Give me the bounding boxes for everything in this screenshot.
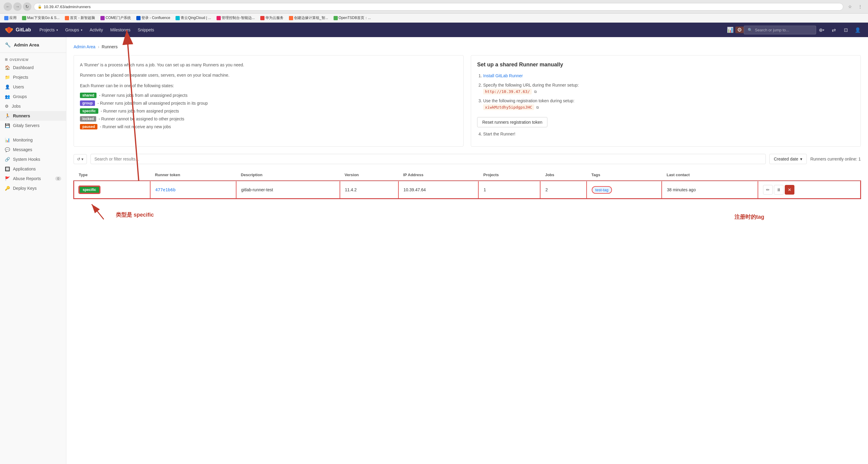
runner-last-contact-cell: 38 minutes ago <box>662 181 758 198</box>
groups-icon: 👥 <box>5 94 10 99</box>
state-specific: specific - Runner runs jobs from assigne… <box>80 108 457 114</box>
runner-states-list: shared - Runner runs jobs from all unass… <box>80 93 457 129</box>
sidebar-item-dashboard[interactable]: 🏠Dashboard <box>0 63 66 72</box>
runner-url-code: http://10.39.47.63/ <box>483 89 532 94</box>
bookmark-apps[interactable]: 应用 <box>2 15 19 21</box>
sidebar-item-users[interactable]: 👤Users <box>0 82 66 92</box>
breadcrumb-current: Runners <box>102 44 118 49</box>
badge-specific: specific <box>80 108 98 114</box>
filter-search-input[interactable] <box>91 154 766 164</box>
nav-groups[interactable]: Groups ▾ <box>62 23 86 37</box>
sidebar-item-abuse-reports[interactable]: 🚩Abuse Reports 0 <box>0 174 66 183</box>
refresh-button[interactable]: ↻ <box>23 2 31 11</box>
header-search-bar[interactable]: 🔍 Search or jump to... <box>744 26 816 34</box>
bookmark-apps-label: 应用 <box>9 16 17 21</box>
nav-activity[interactable]: Activity <box>86 23 106 37</box>
col-jobs: Jobs <box>540 169 586 181</box>
bookmark-button[interactable]: ☆ <box>846 2 854 11</box>
sidebar: 🔧 Admin Area ⊞ Overview 🏠Dashboard 📁Proj… <box>0 37 66 464</box>
security-icon: 🔓 <box>38 5 42 9</box>
hooks-icon: 🔗 <box>5 157 10 162</box>
user-avatar-icon: 👤 <box>855 27 861 33</box>
bookmark-tsdb[interactable]: OpenTSDB首页：... <box>332 15 373 21</box>
add-button[interactable]: ⊕ ▾ <box>816 25 827 35</box>
deploy-keys-icon: 🔑 <box>5 186 10 191</box>
back-button[interactable]: ← <box>4 2 12 11</box>
state-group: group - Runner runs jobs from all unassi… <box>80 100 457 106</box>
breadcrumb-admin-link[interactable]: Admin Area <box>73 44 95 49</box>
sidebar-title: Admin Area <box>14 42 39 48</box>
bookmark-go[interactable]: Mac下安装Go & S... <box>20 15 61 21</box>
admin-gear-icon[interactable]: ⚙ <box>735 27 744 33</box>
runner-token-link[interactable]: 477e1b6b <box>155 187 176 192</box>
analytics-icon[interactable]: 📊 <box>725 27 735 33</box>
info-para-1: A 'Runner' is a process which runs a job… <box>80 62 457 68</box>
bookmark-qingcloud[interactable]: 青云QingCloud | ... <box>174 15 213 21</box>
bookmark-mgmt[interactable]: 管理控制台-智能边... <box>215 15 257 21</box>
abuse-badge: 0 <box>55 177 61 181</box>
user-avatar-button[interactable]: 👤 <box>852 25 863 35</box>
filter-history-button[interactable]: ↺ ▾ <box>73 154 87 164</box>
copy-token-button[interactable]: ⧉ <box>536 105 539 110</box>
sidebar-item-runners[interactable]: 🏃Runners <box>0 111 66 121</box>
issues-button[interactable]: ⊡ <box>840 25 851 35</box>
runner-type-badge: specific <box>79 186 100 193</box>
nav-projects[interactable]: Projects ▾ <box>36 23 62 37</box>
setup-step-2: Specify the following URL during the Run… <box>483 82 855 95</box>
sidebar-item-system-hooks[interactable]: 🔗System Hooks <box>0 154 66 164</box>
badge-locked: locked <box>80 116 96 122</box>
runner-tags-cell: test-tag <box>587 181 662 198</box>
header-icon-group: ⊕ ▾ ⇄ ⊡ 👤 <box>816 25 863 35</box>
type-annotation-label: 类型是 specific <box>116 211 154 218</box>
delete-runner-button[interactable]: ✕ <box>785 185 795 194</box>
col-token: Runner token <box>150 169 236 181</box>
runner-version-cell: 11.4.2 <box>340 181 398 198</box>
gitlab-logo[interactable]: GitLab <box>5 26 31 34</box>
col-version: Version <box>340 169 398 181</box>
copy-url-button[interactable]: ⧉ <box>534 89 537 94</box>
nav-milestones[interactable]: Milestones <box>107 23 134 37</box>
gitaly-icon: 💾 <box>5 123 10 128</box>
sidebar-item-gitaly[interactable]: 💾Gitaly Servers <box>0 121 66 130</box>
bookmark-confluence[interactable]: 登录 - Confluence <box>134 15 172 21</box>
forward-button[interactable]: → <box>13 2 22 11</box>
sidebar-item-deploy-keys[interactable]: 🔑Deploy Keys <box>0 183 66 193</box>
setup-step-3: Use the following registration token dur… <box>483 98 855 111</box>
edit-runner-button[interactable]: ✏ <box>763 185 773 194</box>
setup-steps-cont: Start the Runner! <box>477 131 855 137</box>
users-icon: 👤 <box>5 85 10 89</box>
bookmark-edge[interactable]: 创建边缘计算组_智... <box>287 15 330 21</box>
badge-group: group <box>80 100 95 106</box>
runners-icon: 🏃 <box>5 114 10 118</box>
runner-actions-cell: ✏ ⏸ ✕ <box>758 181 861 198</box>
state-locked: locked - Runner cannot be assigned to ot… <box>80 116 457 122</box>
setup-step-1: Install GitLab Runner <box>483 73 855 79</box>
reset-token-button[interactable]: Reset runners registration token <box>477 117 548 127</box>
bookmark-huawei[interactable]: 华为云服务 <box>258 15 285 21</box>
svg-line-1 <box>92 204 104 219</box>
bookmark-qingcloud-label: 青云QingCloud | ... <box>181 16 211 21</box>
pause-runner-button[interactable]: ⏸ <box>774 185 783 194</box>
address-bar[interactable]: 🔓 10.39.47.63/admin/runners <box>34 3 843 10</box>
add-chevron: ▾ <box>823 28 824 32</box>
runner-action-buttons: ✏ ⏸ ✕ <box>763 185 855 194</box>
sidebar-item-jobs[interactable]: ⚙Jobs <box>0 101 66 111</box>
table-header-row: Type Runner token Description Version IP… <box>74 169 861 181</box>
jobs-icon: ⚙ <box>5 104 9 109</box>
nav-snippets[interactable]: Snippets <box>134 23 157 37</box>
created-date-label: Created date <box>774 157 798 161</box>
merge-requests-button[interactable]: ⇄ <box>828 25 839 35</box>
bookmark-home[interactable]: 首页 - 新智超脑 <box>63 15 97 21</box>
sidebar-item-monitoring[interactable]: 📊Monitoring <box>0 135 66 145</box>
runner-token-cell: 477e1b6b <box>150 181 236 198</box>
runners-table: Type Runner token Description Version IP… <box>73 169 861 199</box>
sidebar-header: 🔧 Admin Area <box>0 37 66 53</box>
sidebar-item-applications[interactable]: 🔲Applications <box>0 164 66 174</box>
bookmark-come[interactable]: COME门户系统 <box>99 15 133 21</box>
sidebar-item-messages[interactable]: 💬Messages <box>0 145 66 154</box>
sidebar-item-projects[interactable]: 📁Projects <box>0 72 66 82</box>
extensions-button[interactable]: ⋮ <box>856 2 864 11</box>
filter-date-button[interactable]: Created date ▾ <box>769 154 807 164</box>
sidebar-item-groups[interactable]: 👥Groups <box>0 92 66 101</box>
install-runner-link[interactable]: Install GitLab Runner <box>483 73 523 78</box>
